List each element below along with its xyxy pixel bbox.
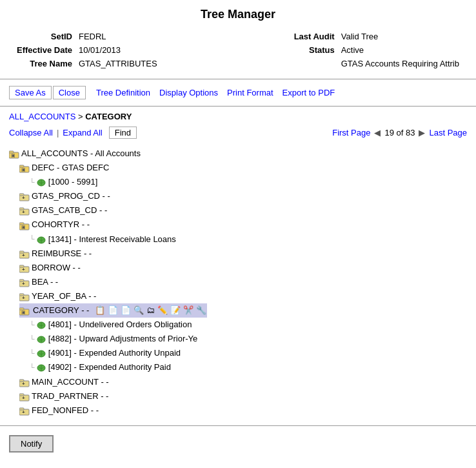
add-child-icon[interactable]: 📄 [107, 303, 119, 318]
next-page-button[interactable]: ▶ [417, 128, 426, 137]
folder-plus-icon[interactable]: + [19, 206, 30, 215]
svg-text:+: + [22, 209, 25, 215]
close-button[interactable]: Close [53, 86, 86, 99]
tree-row: └ [1000 - 5991] [9, 175, 467, 189]
svg-text:+: + [22, 281, 25, 287]
folder-open-icon[interactable]: ▣ [19, 221, 30, 230]
save-as-button[interactable]: Save As [9, 86, 52, 99]
page-title: Tree Manager [0, 0, 476, 26]
folder-open-icon[interactable]: ▣ [9, 149, 19, 158]
note-icon[interactable]: 📝 [170, 303, 181, 318]
node-label[interactable]: TRAD_PARTNER - - [32, 389, 108, 403]
node-label[interactable]: COHORTYR - - [32, 218, 90, 232]
cut-icon[interactable]: ✂️ [183, 303, 194, 318]
add-sibling-icon[interactable]: 📄 [120, 303, 132, 318]
expand-all-link[interactable]: Expand All [63, 128, 102, 137]
leaf-icon[interactable] [36, 334, 46, 343]
last-audit-value: Valid Tree [339, 30, 462, 43]
tree-name-value: GTAS_ATTRIBUTES [76, 57, 160, 70]
svg-text:+: + [22, 295, 25, 301]
node-label[interactable]: DEFC - GTAS DEFC [32, 161, 109, 175]
tree-row: + BEA - - [9, 275, 467, 289]
prev-page-button[interactable]: ◀ [373, 128, 382, 137]
tree-row: + YEAR_OF_BA - - [9, 289, 467, 303]
export-pdf-link[interactable]: Export to PDF [283, 88, 335, 97]
last-page-link[interactable]: Last Page [429, 128, 467, 137]
folder-open-icon[interactable]: ▣ [19, 306, 30, 315]
svg-text:+: + [22, 409, 25, 415]
status-value: Active [339, 44, 462, 56]
last-audit-label: Last Audit [292, 30, 337, 43]
metadata-table: SetID FEDRL Last Audit Valid Tree Effect… [13, 29, 463, 71]
tree-indent-line: └ [30, 347, 35, 360]
folder-plus-icon[interactable]: + [19, 278, 30, 287]
tree-row: + GTAS_CATB_CD - - [9, 203, 467, 218]
node-label: [4801] - Undelivered Orders Obligation [48, 318, 192, 332]
notify-area: Notify [0, 429, 476, 459]
leaf-icon[interactable] [36, 363, 46, 372]
node-label: [1341] - Interest Receivable Loans [48, 232, 176, 247]
metadata-section: SetID FEDRL Last Audit Valid Tree Effect… [0, 26, 476, 76]
print-format-link[interactable]: Print Format [227, 88, 273, 97]
folder-plus-icon[interactable]: + [19, 292, 30, 301]
setid-label: SetID [14, 30, 75, 43]
ctrl-separator: | [57, 128, 59, 137]
node-label: [4902] - Expended Authority Paid [48, 360, 171, 374]
tree-indent-line: └ [30, 361, 35, 374]
svg-text:▣: ▣ [21, 310, 26, 314]
tree-row: ▣ COHORTYR - - [9, 218, 467, 232]
svg-text:+: + [22, 381, 25, 387]
tree-row: + FED_NONFED - - [9, 403, 467, 418]
selected-node-row: ▣ CATEGORY - -📋📄📄🔍🗂✏️📝✂️🔧 [9, 303, 467, 318]
folder-plus-icon[interactable]: + [19, 378, 30, 387]
node-label[interactable]: GTAS_CATB_CD - - [32, 203, 107, 218]
copy-icon[interactable]: 📋 [94, 303, 106, 318]
folder-open-icon[interactable]: ▣ [19, 163, 30, 172]
folder-plus-icon[interactable]: + [19, 392, 30, 401]
tree-definition-link[interactable]: Tree Definition [96, 88, 150, 97]
leaf-icon[interactable] [36, 320, 46, 329]
node-label[interactable]: BORROW - - [32, 261, 81, 275]
folder-plus-icon[interactable]: + [19, 406, 30, 415]
display-options-link[interactable]: Display Options [159, 88, 218, 97]
node-label[interactable]: FED_NONFED - - [32, 403, 99, 418]
leaf-icon[interactable] [36, 349, 46, 358]
tools-icon[interactable]: 🔧 [195, 303, 207, 318]
tree-row: ▣ ALL_ACCOUNTS - All Accounts [9, 147, 467, 161]
edit-icon[interactable]: ✏️ [157, 303, 168, 318]
node-label[interactable]: ALL_ACCOUNTS - All Accounts [21, 147, 141, 161]
tree-row: └ [1341] - Interest Receivable Loans [9, 232, 467, 247]
setid-value: FEDRL [76, 30, 160, 43]
tree-row: + REIMBURSE - - [9, 247, 467, 261]
node-label[interactable]: CATEGORY - - [32, 303, 90, 318]
folder-plus-icon[interactable]: + [19, 263, 30, 272]
node-label: [4882] - Upward Adjustments of Prior-Ye [48, 332, 197, 346]
leaf-icon[interactable] [36, 178, 46, 187]
find-button[interactable]: Find [109, 127, 137, 139]
properties-icon[interactable]: 🗂 [146, 303, 155, 318]
notify-button[interactable]: Notify [9, 435, 54, 453]
folder-plus-icon[interactable]: + [19, 192, 30, 201]
tree-row: └ [4901] - Expended Authority Unpaid [9, 346, 467, 360]
collapse-all-link[interactable]: Collapse All [9, 128, 53, 137]
divider-3 [0, 425, 476, 426]
page-info: 19 of 83 [384, 128, 415, 137]
tree-row: + TRAD_PARTNER - - [9, 389, 467, 403]
breadcrumb-parent[interactable]: ALL_ACCOUNTS [9, 112, 75, 121]
detail-icon[interactable]: 🔍 [133, 303, 144, 318]
leaf-icon[interactable] [36, 235, 46, 244]
node-label[interactable]: REIMBURSE - - [32, 247, 92, 261]
divider-2 [0, 106, 476, 107]
first-page-link[interactable]: First Page [332, 128, 370, 137]
pagination: First Page ◀ 19 of 83 ▶ Last Page [332, 128, 467, 137]
tree-row: + BORROW - - [9, 261, 467, 275]
folder-plus-icon[interactable]: + [19, 249, 30, 258]
node-label[interactable]: YEAR_OF_BA - - [32, 289, 96, 303]
svg-text:▣: ▣ [21, 225, 26, 229]
node-label[interactable]: GTAS_PROG_CD - - [32, 189, 110, 203]
tree-indent-line: └ [30, 333, 35, 345]
node-label[interactable]: MAIN_ACCOUNT - - [32, 375, 109, 389]
node-label[interactable]: BEA - - [32, 275, 58, 289]
tree-indent-line: └ [30, 233, 35, 245]
toolbar: Save As Close Tree Definition Display Op… [0, 82, 476, 103]
